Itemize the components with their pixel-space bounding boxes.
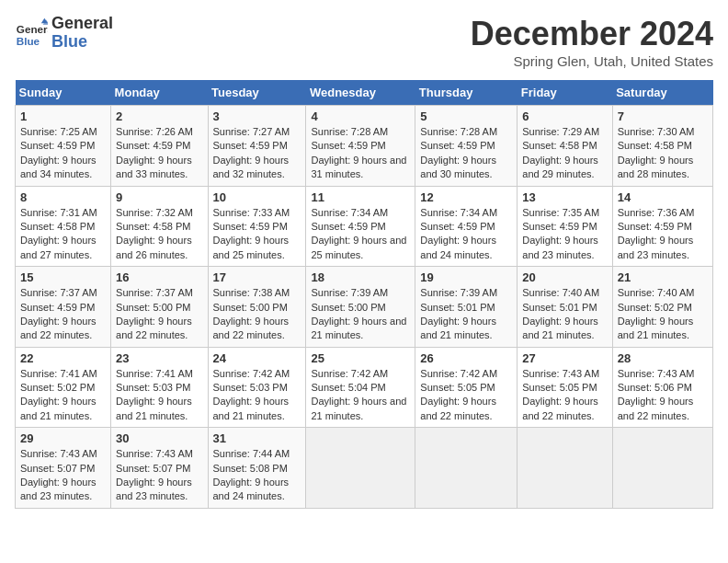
sunset-label: Sunset: 5:05 PM [522,382,597,393]
sunrise-label: Sunrise: 7:39 AM [420,287,497,298]
sunrise-label: Sunrise: 7:26 AM [116,126,193,137]
col-thursday: Thursday [415,80,518,106]
calendar-cell: 28 Sunrise: 7:43 AM Sunset: 5:06 PM Dayl… [612,347,712,428]
day-info: Sunrise: 7:43 AM Sunset: 5:05 PM Dayligh… [522,367,607,424]
calendar-cell: 2 Sunrise: 7:26 AM Sunset: 4:59 PM Dayli… [111,106,208,187]
calendar-body: 1 Sunrise: 7:25 AM Sunset: 4:59 PM Dayli… [16,106,713,509]
daylight-label: Daylight: 9 hours and 28 minutes. [618,155,694,179]
daylight-label: Daylight: 9 hours and 21 minutes. [20,396,97,420]
sunset-label: Sunset: 4:59 PM [213,221,288,232]
day-info: Sunrise: 7:40 AM Sunset: 5:01 PM Dayligh… [522,286,607,343]
title-area: December 2024 Spring Glen, Utah, United … [471,15,713,69]
calendar-cell: 9 Sunrise: 7:32 AM Sunset: 4:58 PM Dayli… [111,186,208,267]
day-info: Sunrise: 7:37 AM Sunset: 4:59 PM Dayligh… [20,286,106,343]
col-friday: Friday [518,80,612,106]
day-number: 2 [116,109,202,123]
day-info: Sunrise: 7:29 AM Sunset: 4:58 PM Dayligh… [522,125,607,182]
sunset-label: Sunset: 5:02 PM [20,382,95,393]
sunrise-label: Sunrise: 7:34 AM [311,207,388,218]
day-number: 30 [116,431,202,445]
day-info: Sunrise: 7:41 AM Sunset: 5:03 PM Dayligh… [116,367,202,424]
calendar-cell: 10 Sunrise: 7:33 AM Sunset: 4:59 PM Dayl… [208,186,306,267]
calendar-cell: 13 Sunrise: 7:35 AM Sunset: 4:59 PM Dayl… [518,186,612,267]
day-number: 19 [420,270,512,284]
sunrise-label: Sunrise: 7:42 AM [420,368,497,379]
day-info: Sunrise: 7:43 AM Sunset: 5:07 PM Dayligh… [20,447,106,504]
logo-text: General Blue [51,15,113,52]
sunset-label: Sunset: 5:01 PM [522,302,597,313]
sunrise-label: Sunrise: 7:31 AM [20,207,97,218]
sunset-label: Sunset: 5:07 PM [20,463,95,474]
day-info: Sunrise: 7:43 AM Sunset: 5:07 PM Dayligh… [116,447,202,504]
col-sunday: Sunday [16,80,111,106]
sunset-label: Sunset: 5:02 PM [618,302,692,313]
day-info: Sunrise: 7:37 AM Sunset: 5:00 PM Dayligh… [116,286,202,343]
calendar-cell: 29 Sunrise: 7:43 AM Sunset: 5:07 PM Dayl… [16,428,111,509]
daylight-label: Daylight: 9 hours and 34 minutes. [20,155,97,179]
daylight-label: Daylight: 9 hours and 25 minutes. [311,235,406,259]
day-number: 11 [311,190,410,204]
sunrise-label: Sunrise: 7:44 AM [213,448,290,459]
sunset-label: Sunset: 4:59 PM [20,140,95,151]
sunset-label: Sunset: 4:59 PM [522,221,597,232]
day-info: Sunrise: 7:26 AM Sunset: 4:59 PM Dayligh… [116,125,202,182]
page-subtitle: Spring Glen, Utah, United States [471,53,713,69]
calendar-cell: 16 Sunrise: 7:37 AM Sunset: 5:00 PM Dayl… [111,267,208,348]
sunrise-label: Sunrise: 7:32 AM [116,207,193,218]
daylight-label: Daylight: 9 hours and 27 minutes. [20,235,97,259]
sunrise-label: Sunrise: 7:40 AM [522,287,599,298]
day-number: 28 [618,351,708,365]
day-number: 29 [20,431,106,445]
sunrise-label: Sunrise: 7:40 AM [618,287,695,298]
day-info: Sunrise: 7:42 AM Sunset: 5:04 PM Dayligh… [311,367,410,424]
calendar-cell: 26 Sunrise: 7:42 AM Sunset: 5:05 PM Dayl… [415,347,518,428]
sunrise-label: Sunrise: 7:43 AM [20,448,97,459]
day-number: 26 [420,351,512,365]
daylight-label: Daylight: 9 hours and 21 minutes. [311,396,406,420]
day-info: Sunrise: 7:34 AM Sunset: 4:59 PM Dayligh… [420,206,512,263]
day-number: 27 [522,351,607,365]
daylight-label: Daylight: 9 hours and 25 minutes. [213,235,290,259]
calendar-cell: 1 Sunrise: 7:25 AM Sunset: 4:59 PM Dayli… [16,106,111,187]
day-info: Sunrise: 7:42 AM Sunset: 5:05 PM Dayligh… [420,367,512,424]
calendar-cell: 24 Sunrise: 7:42 AM Sunset: 5:03 PM Dayl… [208,347,306,428]
sunset-label: Sunset: 4:59 PM [420,221,495,232]
day-info: Sunrise: 7:41 AM Sunset: 5:02 PM Dayligh… [20,367,106,424]
calendar-cell: 3 Sunrise: 7:27 AM Sunset: 4:59 PM Dayli… [208,106,306,187]
day-info: Sunrise: 7:32 AM Sunset: 4:58 PM Dayligh… [116,206,202,263]
calendar-cell: 14 Sunrise: 7:36 AM Sunset: 4:59 PM Dayl… [612,186,712,267]
daylight-label: Daylight: 9 hours and 22 minutes. [20,316,97,340]
day-number: 4 [311,109,410,123]
sunrise-label: Sunrise: 7:37 AM [116,287,193,298]
daylight-label: Daylight: 9 hours and 24 minutes. [213,477,290,501]
sunset-label: Sunset: 5:08 PM [213,463,288,474]
sunrise-label: Sunrise: 7:33 AM [213,207,290,218]
day-number: 13 [522,190,607,204]
sunrise-label: Sunrise: 7:42 AM [213,368,290,379]
sunrise-label: Sunrise: 7:30 AM [618,126,695,137]
sunset-label: Sunset: 4:58 PM [618,140,692,151]
daylight-label: Daylight: 9 hours and 29 minutes. [522,155,598,179]
day-info: Sunrise: 7:39 AM Sunset: 5:00 PM Dayligh… [311,286,410,343]
day-info: Sunrise: 7:40 AM Sunset: 5:02 PM Dayligh… [618,286,708,343]
day-info: Sunrise: 7:31 AM Sunset: 4:58 PM Dayligh… [20,206,106,263]
sunset-label: Sunset: 5:03 PM [116,382,190,393]
daylight-label: Daylight: 9 hours and 21 minutes. [420,316,496,340]
daylight-label: Daylight: 9 hours and 22 minutes. [618,396,694,420]
calendar-cell [415,428,518,509]
sunrise-label: Sunrise: 7:34 AM [420,207,497,218]
calendar-header: Sunday Monday Tuesday Wednesday Thursday… [16,80,713,106]
daylight-label: Daylight: 9 hours and 22 minutes. [420,396,496,420]
sunset-label: Sunset: 5:06 PM [618,382,692,393]
sunrise-label: Sunrise: 7:39 AM [311,287,388,298]
calendar-cell: 15 Sunrise: 7:37 AM Sunset: 4:59 PM Dayl… [16,267,111,348]
day-info: Sunrise: 7:30 AM Sunset: 4:58 PM Dayligh… [618,125,708,182]
sunset-label: Sunset: 5:00 PM [116,302,190,313]
sunset-label: Sunset: 4:59 PM [116,140,190,151]
sunset-label: Sunset: 4:58 PM [20,221,95,232]
daylight-label: Daylight: 9 hours and 21 minutes. [311,316,406,340]
calendar-cell: 27 Sunrise: 7:43 AM Sunset: 5:05 PM Dayl… [518,347,612,428]
day-info: Sunrise: 7:38 AM Sunset: 5:00 PM Dayligh… [213,286,301,343]
day-info: Sunrise: 7:43 AM Sunset: 5:06 PM Dayligh… [618,367,708,424]
sunset-label: Sunset: 4:58 PM [522,140,597,151]
